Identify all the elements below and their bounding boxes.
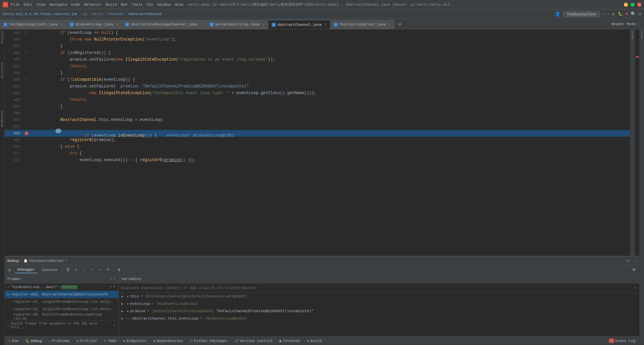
- thread-add-icon[interactable]: +: [113, 277, 116, 281]
- menu-view[interactable]: View: [37, 3, 45, 7]
- tab-testbacklogclient[interactable]: J TestBacklogClient.java ×: [0, 20, 66, 29]
- menu-vcs[interactable]: VCS: [147, 3, 153, 7]
- tab-close-testsourceserver[interactable]: ×: [389, 23, 391, 26]
- menu-edit[interactable]: Edit: [23, 3, 32, 7]
- menu-file[interactable]: File: [11, 3, 19, 7]
- menu-code[interactable]: Code: [71, 3, 80, 7]
- problems-button[interactable]: ⚠ Problems: [47, 338, 71, 344]
- python-packages-button[interactable]: ⬡ Python Packages: [189, 338, 229, 344]
- eval-bar[interactable]: ▾: [119, 283, 639, 293]
- tab-serverbootstrap[interactable]: J ServerBootstrap.java ×: [206, 20, 268, 29]
- menu-tools[interactable]: Tools: [131, 3, 143, 7]
- endpoints-button[interactable]: ⊕ Endpoints: [122, 338, 148, 344]
- project-label[interactable]: netty-all-4.1.39.Final-sources.jar: [3, 12, 78, 16]
- tab-nioeventloop[interactable]: J NioEventLoop.java ×: [66, 20, 122, 29]
- menu-refactor[interactable]: Refactor: [84, 3, 102, 7]
- debug-tab-debugger[interactable]: Debugger: [15, 267, 38, 273]
- thread-add-btn[interactable]: +: [113, 285, 116, 289]
- project-strip-label[interactable]: Project: [1, 31, 4, 44]
- toolbar-debug-icon[interactable]: 🐛: [618, 11, 623, 16]
- reader-mode-button[interactable]: Reader Mode ✓: [607, 22, 644, 26]
- tab-close-testbacklogclient[interactable]: ×: [61, 23, 63, 26]
- debug-stepinto-btn[interactable]: ↓: [80, 267, 87, 273]
- tab-close-nioeventloop[interactable]: ×: [116, 23, 118, 26]
- menu-help[interactable]: Help: [175, 3, 183, 7]
- switch-frames-close[interactable]: ×: [114, 324, 116, 328]
- code-line-472: 472 eventLoop.execute(() → { register0(p…: [5, 157, 639, 163]
- var-abstractchannel-eventloop[interactable]: ▶ ○○ AbstractChannel.this.eventLoop = {N…: [119, 315, 639, 322]
- debug-threads-btn[interactable]: ☰: [64, 267, 71, 273]
- bc-netty[interactable]: netty: [92, 12, 103, 16]
- debug-session-name[interactable]: TestSourceServer: [29, 259, 64, 263]
- frame-thread-main[interactable]: ✓ "nioEventLoop...main": RUNNING ▽ +: [5, 283, 118, 291]
- menu-build[interactable]: Build: [106, 3, 117, 7]
- tab-abstractniomessagechannel[interactable]: J AbstractNioMessageChannel.java ×: [122, 20, 206, 29]
- var-eventloop-expand[interactable]: ▶: [121, 302, 125, 306]
- bc-io[interactable]: io: [83, 12, 87, 16]
- toolbar-search-icon[interactable]: 🔍: [631, 11, 636, 17]
- frame-item-87[interactable]: register:87, SingleThreadEventLoop (io.n…: [5, 298, 118, 305]
- tab-close-abstractchannel[interactable]: ×: [325, 23, 327, 26]
- event-log-button[interactable]: ! Event Log: [607, 338, 637, 344]
- maven-strip-label[interactable]: Maven: [631, 31, 634, 39]
- var-promise[interactable]: ▶ ● promise = {DefaultChannelPromise@196…: [119, 307, 639, 315]
- eval-input[interactable]: [121, 286, 634, 290]
- debug-session-close[interactable]: ×: [65, 259, 68, 263]
- toolbar-run-icon[interactable]: ▶: [612, 11, 615, 17]
- debug-bottom-button[interactable]: 🐛 Debug: [24, 338, 43, 344]
- version-control-button[interactable]: ⎇ Version Control: [233, 338, 274, 344]
- tab-abstractchannel[interactable]: J AbstractChannel.java ×: [268, 20, 330, 29]
- close-button[interactable]: [637, 3, 641, 7]
- debug-resume-btn[interactable]: ▶: [7, 267, 13, 273]
- frame-item-88[interactable]: register:88, MultiThreadedEventLoopGroup…: [5, 313, 118, 320]
- frame-item-468[interactable]: ▶ register:468, AbstractChannel$Abstract…: [5, 291, 118, 298]
- run-config-button[interactable]: TestBacklogClient: [563, 11, 600, 17]
- var-promise-expand[interactable]: ▶: [121, 309, 125, 313]
- var-eventloop[interactable]: ▶ ● eventLoop = {NioEventLoop@1962}: [119, 300, 639, 307]
- breakpoint-468[interactable]: [24, 131, 29, 135]
- debug-runcursor-btn[interactable]: →: [97, 267, 103, 273]
- tab-close-serverbootstrap[interactable]: ×: [263, 23, 265, 26]
- scrollbar-gutter[interactable]: [635, 29, 639, 256]
- var-promise-icon: ●: [127, 309, 129, 313]
- frame-item-81[interactable]: register:81, SingleThreadEventLoop (io.n…: [5, 305, 118, 313]
- menu-run[interactable]: Run: [121, 3, 127, 7]
- bc-channel[interactable]: channel: [108, 12, 123, 16]
- thread-filter-btn[interactable]: ▽: [110, 285, 112, 289]
- debug-eval-btn[interactable]: ⌨: [105, 267, 111, 273]
- terminal-button[interactable]: ▣ Terminal: [278, 338, 302, 344]
- debug-tab-console[interactable]: Console: [39, 267, 60, 273]
- minimize-button[interactable]: [624, 3, 628, 7]
- structure-strip-label[interactable]: Structure: [1, 62, 4, 79]
- debug-layout-btn[interactable]: ⊞: [631, 267, 637, 273]
- tab-close-abstractniomessagechannel[interactable]: ×: [201, 23, 203, 26]
- debug-stepover-btn[interactable]: ↷: [72, 267, 79, 273]
- build-button[interactable]: ⚙ Build: [306, 338, 323, 344]
- debug-settings-icon[interactable]: ⚙: [627, 258, 629, 263]
- var-ac-expand[interactable]: ▶: [121, 317, 125, 321]
- run-button[interactable]: ▶ Run: [7, 338, 20, 344]
- maven-right-label[interactable]: Maven: [640, 31, 643, 39]
- menu-bar[interactable]: File Edit View Navigate Code Refactor Bu…: [11, 3, 183, 7]
- toolbar-settings-icon[interactable]: ⚙: [639, 11, 641, 17]
- toolbar-stop-icon[interactable]: ■: [626, 12, 628, 16]
- menu-navigate[interactable]: Navigate: [49, 3, 67, 7]
- menu-window[interactable]: Window: [157, 3, 171, 7]
- profiler-button[interactable]: ◎ Profiler: [75, 338, 99, 344]
- bc-abstractchannel[interactable]: AbstractChannel: [128, 12, 162, 16]
- window-controls[interactable]: [624, 3, 641, 7]
- thread-filter-icon[interactable]: ▽: [110, 277, 112, 281]
- toolbar-back-icon[interactable]: ◁: [602, 12, 605, 16]
- debug-settings2-btn[interactable]: ⚙: [116, 267, 122, 273]
- tab-testsourceserver[interactable]: J TestSourceServer.java ×: [330, 20, 395, 29]
- debug-stepout-btn[interactable]: ↑: [89, 267, 95, 273]
- maximize-button[interactable]: [631, 3, 635, 7]
- bookmarks-strip-label[interactable]: Bookmarks: [1, 111, 4, 127]
- toolbar-forward-icon[interactable]: ▷: [607, 12, 610, 16]
- var-this-expand[interactable]: ▶: [121, 294, 125, 298]
- todo-button[interactable]: ✎ TODO: [103, 338, 118, 344]
- more-tabs-button[interactable]: »: [396, 21, 404, 27]
- var-this[interactable]: ▶ ● this = {NioSocketChannel$NioSocketCh…: [119, 293, 639, 300]
- dependencies-button[interactable]: ◈ Dependencies: [152, 338, 184, 344]
- debug-minimize-icon[interactable]: —: [634, 259, 637, 263]
